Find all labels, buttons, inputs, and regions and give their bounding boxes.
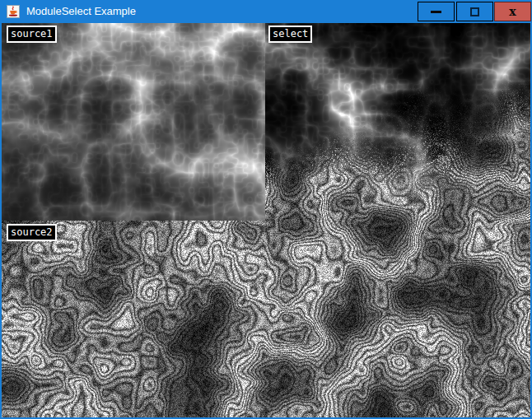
window-controls: x xyxy=(418,2,531,21)
minimize-icon xyxy=(431,11,441,13)
source1-label: source1 xyxy=(7,26,57,43)
app-window: ModuleSelect Example x source1 select so… xyxy=(0,0,532,419)
close-button[interactable]: x xyxy=(494,2,531,21)
close-icon: x xyxy=(509,6,516,17)
minimize-button[interactable] xyxy=(418,2,455,21)
java-coffee-cup-icon[interactable] xyxy=(7,5,20,18)
source2-label: source2 xyxy=(7,224,57,241)
select-label: select xyxy=(268,26,312,43)
maximize-icon xyxy=(470,7,479,16)
source1-noise-render xyxy=(2,23,265,221)
noise-render-area: source1 select source2 xyxy=(2,23,530,417)
titlebar[interactable]: ModuleSelect Example x xyxy=(0,0,532,23)
maximize-button[interactable] xyxy=(456,2,493,21)
source2-noise-render xyxy=(2,221,265,417)
